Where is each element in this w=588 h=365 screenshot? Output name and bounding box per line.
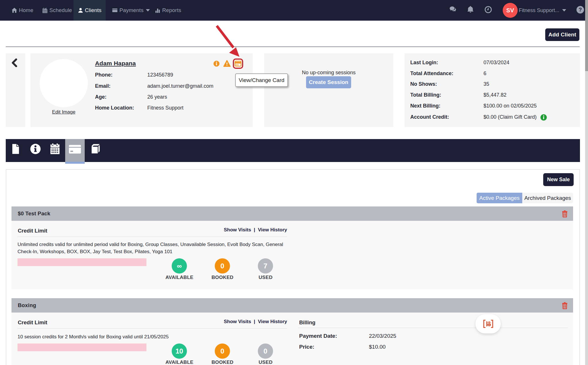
- svg-text:?: ?: [579, 7, 582, 13]
